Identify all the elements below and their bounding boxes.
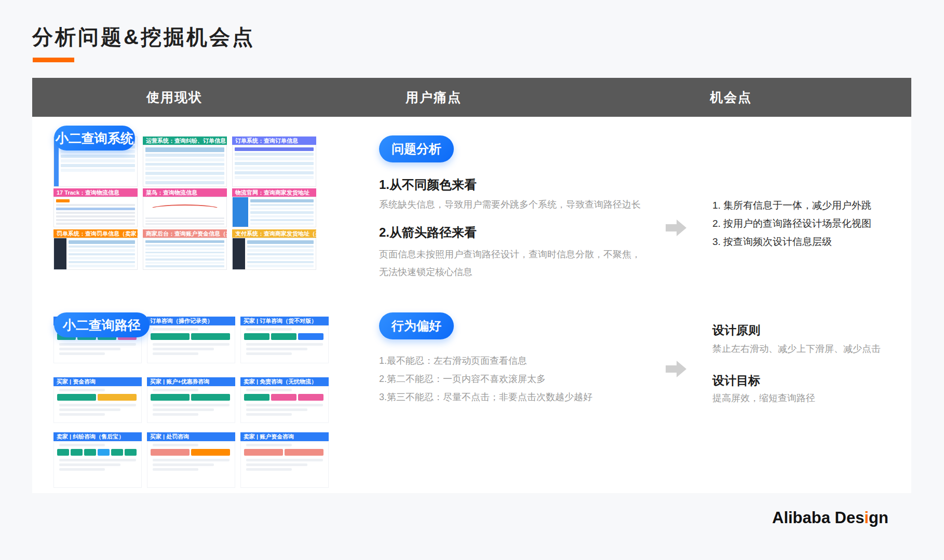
screenshot-label: 买家 | 资金咨询 bbox=[53, 377, 142, 386]
flow-step-chips bbox=[147, 446, 235, 457]
screenshot-cell: 卖家 | 账户资金咨询 bbox=[240, 432, 329, 488]
opportunity-item-3: 3. 按查询频次设计信息层级 bbox=[712, 235, 832, 249]
screenshot-cell: 卖家 | 免责咨询（无忧物流） bbox=[240, 377, 329, 423]
screenshot-thumbnail bbox=[147, 441, 235, 488]
screenshot-cell: 买家 | 订单咨询（货不对版） bbox=[240, 317, 329, 363]
screenshot-label: 订单咨询（操作记录类） bbox=[147, 317, 235, 325]
behavior-item-3: 3.第三不能忍：尽量不点击；非要点击次数越少越好 bbox=[379, 391, 592, 403]
screenshot-grid-path: 订单咨询（操作记录类）买家 | 订单咨询（货不对版）买家 | 资金咨询买家 | … bbox=[53, 317, 329, 488]
header-current-state: 使用现状 bbox=[32, 78, 317, 117]
header-opportunities: 机会点 bbox=[550, 78, 911, 117]
screenshot-thumbnail bbox=[147, 386, 235, 423]
screenshot-label: 订单系统：查询订单信息 bbox=[232, 136, 316, 145]
design-principle-heading: 设计原则 bbox=[712, 322, 760, 338]
screenshot-label: 运营系统：查询纠纷、订单信息 bbox=[143, 136, 227, 145]
screenshot-cell: 买家 | 处罚咨询 bbox=[147, 432, 235, 488]
title-underline bbox=[33, 58, 74, 62]
screenshot-label: 买家 | 处罚咨询 bbox=[147, 432, 235, 441]
screenshot-thumbnail bbox=[240, 325, 329, 363]
design-principle-body: 禁止左右滑动、减少上下滑屏、减少点击 bbox=[712, 343, 881, 355]
brand-text: Alibaba Des bbox=[772, 509, 864, 527]
slide-canvas: 分析问题&挖掘机会点 使用现状 用户痛点 机会点 运营系统：查询纠纷、订单信息订… bbox=[0, 0, 944, 560]
opportunity-item-1: 1. 集所有信息于一体，减少用户外跳 bbox=[712, 199, 871, 212]
brand-accent-letter: i bbox=[864, 509, 869, 527]
screenshot-cell: 买家 | 资金咨询 bbox=[53, 377, 142, 423]
system-group-badge: 小二查询系统 bbox=[54, 126, 135, 151]
flow-step-chips bbox=[147, 331, 235, 341]
route-curve bbox=[150, 204, 220, 214]
app-sidebar bbox=[233, 238, 245, 269]
screenshot-label: 物流官网：查询商家发货地址 bbox=[232, 188, 316, 197]
opportunity-item-2: 2. 按用户的查询路径设计场景化视图 bbox=[712, 217, 871, 230]
screenshot-label: 买家 | 账户+优惠券咨询 bbox=[147, 377, 235, 386]
screenshot-grid-system: 运营系统：查询纠纷、订单信息订单系统：查询订单信息17 Track：查询物流信息… bbox=[53, 136, 316, 270]
screenshot-cell: 罚单系统：查询罚单信息（卖家） bbox=[53, 229, 138, 270]
flow-step-chips bbox=[241, 331, 328, 341]
screenshot-thumbnail bbox=[53, 197, 138, 227]
screenshot-cell: 商家后台：查询账户资金信息（卖家） bbox=[143, 229, 227, 270]
screenshot-label: 17 Track：查询物流信息 bbox=[53, 188, 138, 197]
screenshot-cell: 买家 | 账户+优惠券咨询 bbox=[147, 377, 235, 423]
screenshot-cell: 17 Track：查询物流信息 bbox=[53, 188, 138, 227]
behavior-item-1: 1.最不能忍：左右滑动页面查看信息 bbox=[379, 354, 527, 367]
problem-analysis-badge: 问题分析 bbox=[379, 135, 454, 162]
screenshot-label: 卖家 | 免责咨询（无忧物流） bbox=[240, 377, 329, 386]
problem-body-1: 系统缺失信息，导致用户需要外跳多个系统，导致查询路径边长 bbox=[379, 198, 641, 211]
right-arrow-icon bbox=[666, 218, 687, 238]
flow-step-chips bbox=[241, 446, 328, 457]
problem-heading-2: 2.从箭头路径来看 bbox=[379, 224, 477, 241]
flow-step-chips bbox=[147, 391, 235, 402]
screenshot-cell: 菜鸟：查询物流信息 bbox=[143, 188, 227, 227]
path-group-badge: 小二查询路径 bbox=[54, 312, 150, 337]
screenshot-cell: 订单系统：查询订单信息 bbox=[232, 136, 316, 187]
board-header: 使用现状 用户痛点 机会点 bbox=[32, 78, 911, 117]
behavior-item-2: 2.第二不能忍：一页内容不喜欢滚屏太多 bbox=[379, 373, 546, 385]
screenshot-thumbnail bbox=[232, 197, 316, 227]
screenshot-label: 罚单系统：查询罚单信息（卖家） bbox=[53, 229, 138, 238]
flow-step-chips bbox=[54, 391, 141, 402]
screenshot-thumbnail bbox=[232, 145, 316, 187]
screenshot-thumbnail bbox=[240, 441, 329, 488]
screenshot-thumbnail bbox=[53, 386, 142, 423]
screenshot-label: 卖家 | 纠纷咨询（售后宝） bbox=[53, 432, 142, 441]
screenshot-cell: 运营系统：查询纠纷、订单信息 bbox=[143, 136, 227, 187]
screenshot-thumbnail bbox=[147, 325, 235, 363]
screenshot-cell: 物流官网：查询商家发货地址 bbox=[232, 188, 316, 227]
screenshot-cell: 支付系统：查询商家发货地址（买家） bbox=[232, 229, 316, 270]
behavior-preference-badge: 行为偏好 bbox=[379, 312, 454, 339]
screenshot-thumbnail bbox=[143, 238, 227, 270]
brand-text: gn bbox=[869, 509, 888, 527]
logo-chip bbox=[56, 199, 70, 202]
screenshot-label: 菜鸟：查询物流信息 bbox=[143, 188, 227, 197]
screenshot-cell: 订单咨询（操作记录类） bbox=[147, 317, 235, 363]
right-arrow-icon bbox=[666, 359, 687, 379]
app-sidebar bbox=[233, 197, 248, 227]
screenshot-thumbnail bbox=[143, 145, 227, 187]
app-sidebar bbox=[54, 238, 66, 269]
design-goal-heading: 设计目标 bbox=[712, 373, 760, 389]
screenshot-label: 支付系统：查询商家发货地址（买家） bbox=[232, 229, 316, 238]
page-title: 分析问题&挖掘机会点 bbox=[32, 23, 255, 51]
screenshot-label: 商家后台：查询账户资金信息（卖家） bbox=[143, 229, 227, 238]
screenshot-label: 卖家 | 账户资金咨询 bbox=[240, 432, 329, 441]
screenshot-thumbnail bbox=[53, 441, 142, 488]
screenshot-label: 买家 | 订单咨询（货不对版） bbox=[240, 317, 329, 325]
problem-body-2-line-2: 无法快速锁定核心信息 bbox=[379, 266, 473, 278]
screenshot-thumbnail bbox=[232, 238, 316, 270]
screenshot-thumbnail bbox=[143, 197, 227, 227]
flow-step-chips bbox=[241, 391, 328, 402]
screenshot-cell: 卖家 | 纠纷咨询（售后宝） bbox=[53, 432, 142, 488]
header-pain-points: 用户痛点 bbox=[317, 78, 550, 117]
screenshot-thumbnail bbox=[240, 386, 329, 423]
problem-heading-1: 1.从不同颜色来看 bbox=[379, 176, 477, 193]
screenshot-thumbnail bbox=[53, 238, 138, 270]
design-goal-body: 提高屏效，缩短查询路径 bbox=[712, 392, 815, 404]
problem-body-2-line-1: 页面信息未按照用户查询路径设计，查询时信息分散，不聚焦， bbox=[379, 248, 641, 261]
alibaba-design-logo: Alibaba Design bbox=[772, 509, 888, 527]
flow-step-chips bbox=[54, 446, 141, 457]
